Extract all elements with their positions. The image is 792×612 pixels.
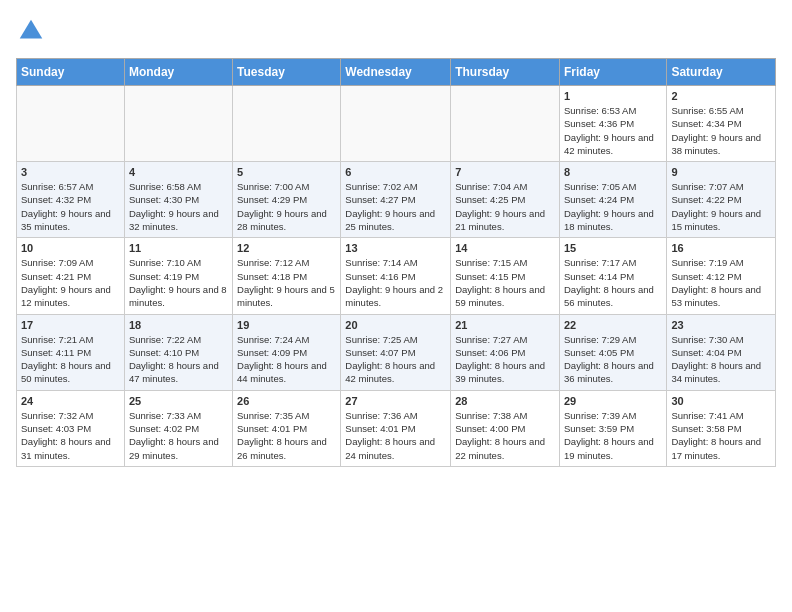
day-number: 13	[345, 242, 446, 254]
calendar-cell: 14Sunrise: 7:15 AM Sunset: 4:15 PM Dayli…	[451, 238, 560, 314]
day-info: Sunrise: 7:30 AM Sunset: 4:04 PM Dayligh…	[671, 333, 771, 386]
day-number: 4	[129, 166, 228, 178]
calendar-cell: 10Sunrise: 7:09 AM Sunset: 4:21 PM Dayli…	[17, 238, 125, 314]
calendar-week-row: 10Sunrise: 7:09 AM Sunset: 4:21 PM Dayli…	[17, 238, 776, 314]
calendar-cell: 1Sunrise: 6:53 AM Sunset: 4:36 PM Daylig…	[559, 86, 666, 162]
day-info: Sunrise: 7:38 AM Sunset: 4:00 PM Dayligh…	[455, 409, 555, 462]
day-number: 22	[564, 319, 662, 331]
calendar-header-row: SundayMondayTuesdayWednesdayThursdayFrid…	[17, 59, 776, 86]
day-number: 23	[671, 319, 771, 331]
calendar-cell	[124, 86, 232, 162]
day-info: Sunrise: 7:22 AM Sunset: 4:10 PM Dayligh…	[129, 333, 228, 386]
calendar-week-row: 1Sunrise: 6:53 AM Sunset: 4:36 PM Daylig…	[17, 86, 776, 162]
weekday-header: Wednesday	[341, 59, 451, 86]
day-number: 15	[564, 242, 662, 254]
day-number: 28	[455, 395, 555, 407]
calendar-cell: 12Sunrise: 7:12 AM Sunset: 4:18 PM Dayli…	[233, 238, 341, 314]
day-info: Sunrise: 7:32 AM Sunset: 4:03 PM Dayligh…	[21, 409, 120, 462]
logo-icon	[16, 16, 46, 46]
day-info: Sunrise: 7:27 AM Sunset: 4:06 PM Dayligh…	[455, 333, 555, 386]
day-info: Sunrise: 7:15 AM Sunset: 4:15 PM Dayligh…	[455, 256, 555, 309]
calendar-cell: 17Sunrise: 7:21 AM Sunset: 4:11 PM Dayli…	[17, 314, 125, 390]
day-number: 29	[564, 395, 662, 407]
calendar-cell: 27Sunrise: 7:36 AM Sunset: 4:01 PM Dayli…	[341, 390, 451, 466]
calendar-cell	[341, 86, 451, 162]
weekday-header: Friday	[559, 59, 666, 86]
calendar-cell: 9Sunrise: 7:07 AM Sunset: 4:22 PM Daylig…	[667, 162, 776, 238]
calendar-cell: 23Sunrise: 7:30 AM Sunset: 4:04 PM Dayli…	[667, 314, 776, 390]
day-number: 24	[21, 395, 120, 407]
calendar-cell: 15Sunrise: 7:17 AM Sunset: 4:14 PM Dayli…	[559, 238, 666, 314]
day-info: Sunrise: 7:29 AM Sunset: 4:05 PM Dayligh…	[564, 333, 662, 386]
day-number: 19	[237, 319, 336, 331]
day-info: Sunrise: 6:58 AM Sunset: 4:30 PM Dayligh…	[129, 180, 228, 233]
day-number: 20	[345, 319, 446, 331]
calendar-cell: 25Sunrise: 7:33 AM Sunset: 4:02 PM Dayli…	[124, 390, 232, 466]
weekday-header: Sunday	[17, 59, 125, 86]
day-number: 14	[455, 242, 555, 254]
calendar-cell: 24Sunrise: 7:32 AM Sunset: 4:03 PM Dayli…	[17, 390, 125, 466]
weekday-header: Thursday	[451, 59, 560, 86]
weekday-header: Tuesday	[233, 59, 341, 86]
calendar-cell: 11Sunrise: 7:10 AM Sunset: 4:19 PM Dayli…	[124, 238, 232, 314]
calendar-cell: 5Sunrise: 7:00 AM Sunset: 4:29 PM Daylig…	[233, 162, 341, 238]
day-number: 7	[455, 166, 555, 178]
day-info: Sunrise: 7:35 AM Sunset: 4:01 PM Dayligh…	[237, 409, 336, 462]
calendar-cell: 21Sunrise: 7:27 AM Sunset: 4:06 PM Dayli…	[451, 314, 560, 390]
day-info: Sunrise: 7:33 AM Sunset: 4:02 PM Dayligh…	[129, 409, 228, 462]
day-number: 17	[21, 319, 120, 331]
calendar-cell: 19Sunrise: 7:24 AM Sunset: 4:09 PM Dayli…	[233, 314, 341, 390]
day-info: Sunrise: 7:04 AM Sunset: 4:25 PM Dayligh…	[455, 180, 555, 233]
logo	[16, 16, 50, 46]
day-info: Sunrise: 7:07 AM Sunset: 4:22 PM Dayligh…	[671, 180, 771, 233]
weekday-header: Saturday	[667, 59, 776, 86]
calendar: SundayMondayTuesdayWednesdayThursdayFrid…	[16, 58, 776, 467]
calendar-week-row: 17Sunrise: 7:21 AM Sunset: 4:11 PM Dayli…	[17, 314, 776, 390]
calendar-cell: 18Sunrise: 7:22 AM Sunset: 4:10 PM Dayli…	[124, 314, 232, 390]
day-number: 16	[671, 242, 771, 254]
day-info: Sunrise: 7:17 AM Sunset: 4:14 PM Dayligh…	[564, 256, 662, 309]
day-number: 5	[237, 166, 336, 178]
calendar-cell: 3Sunrise: 6:57 AM Sunset: 4:32 PM Daylig…	[17, 162, 125, 238]
svg-marker-0	[20, 20, 43, 39]
calendar-cell: 4Sunrise: 6:58 AM Sunset: 4:30 PM Daylig…	[124, 162, 232, 238]
day-info: Sunrise: 7:00 AM Sunset: 4:29 PM Dayligh…	[237, 180, 336, 233]
day-info: Sunrise: 7:09 AM Sunset: 4:21 PM Dayligh…	[21, 256, 120, 309]
day-info: Sunrise: 6:53 AM Sunset: 4:36 PM Dayligh…	[564, 104, 662, 157]
day-info: Sunrise: 7:41 AM Sunset: 3:58 PM Dayligh…	[671, 409, 771, 462]
day-number: 10	[21, 242, 120, 254]
day-number: 27	[345, 395, 446, 407]
day-info: Sunrise: 7:36 AM Sunset: 4:01 PM Dayligh…	[345, 409, 446, 462]
calendar-cell	[451, 86, 560, 162]
day-info: Sunrise: 6:57 AM Sunset: 4:32 PM Dayligh…	[21, 180, 120, 233]
calendar-cell	[17, 86, 125, 162]
day-info: Sunrise: 7:12 AM Sunset: 4:18 PM Dayligh…	[237, 256, 336, 309]
calendar-cell: 13Sunrise: 7:14 AM Sunset: 4:16 PM Dayli…	[341, 238, 451, 314]
calendar-week-row: 3Sunrise: 6:57 AM Sunset: 4:32 PM Daylig…	[17, 162, 776, 238]
header	[16, 16, 776, 46]
calendar-cell: 26Sunrise: 7:35 AM Sunset: 4:01 PM Dayli…	[233, 390, 341, 466]
day-number: 30	[671, 395, 771, 407]
day-number: 9	[671, 166, 771, 178]
calendar-cell: 8Sunrise: 7:05 AM Sunset: 4:24 PM Daylig…	[559, 162, 666, 238]
calendar-cell: 20Sunrise: 7:25 AM Sunset: 4:07 PM Dayli…	[341, 314, 451, 390]
calendar-cell: 16Sunrise: 7:19 AM Sunset: 4:12 PM Dayli…	[667, 238, 776, 314]
day-number: 2	[671, 90, 771, 102]
day-number: 26	[237, 395, 336, 407]
weekday-header: Monday	[124, 59, 232, 86]
day-number: 12	[237, 242, 336, 254]
day-info: Sunrise: 7:25 AM Sunset: 4:07 PM Dayligh…	[345, 333, 446, 386]
day-info: Sunrise: 7:19 AM Sunset: 4:12 PM Dayligh…	[671, 256, 771, 309]
day-info: Sunrise: 7:21 AM Sunset: 4:11 PM Dayligh…	[21, 333, 120, 386]
day-info: Sunrise: 7:39 AM Sunset: 3:59 PM Dayligh…	[564, 409, 662, 462]
day-info: Sunrise: 7:24 AM Sunset: 4:09 PM Dayligh…	[237, 333, 336, 386]
calendar-cell: 2Sunrise: 6:55 AM Sunset: 4:34 PM Daylig…	[667, 86, 776, 162]
calendar-week-row: 24Sunrise: 7:32 AM Sunset: 4:03 PM Dayli…	[17, 390, 776, 466]
day-info: Sunrise: 7:14 AM Sunset: 4:16 PM Dayligh…	[345, 256, 446, 309]
day-number: 18	[129, 319, 228, 331]
calendar-cell: 6Sunrise: 7:02 AM Sunset: 4:27 PM Daylig…	[341, 162, 451, 238]
day-number: 21	[455, 319, 555, 331]
day-info: Sunrise: 7:10 AM Sunset: 4:19 PM Dayligh…	[129, 256, 228, 309]
calendar-cell: 7Sunrise: 7:04 AM Sunset: 4:25 PM Daylig…	[451, 162, 560, 238]
day-number: 25	[129, 395, 228, 407]
